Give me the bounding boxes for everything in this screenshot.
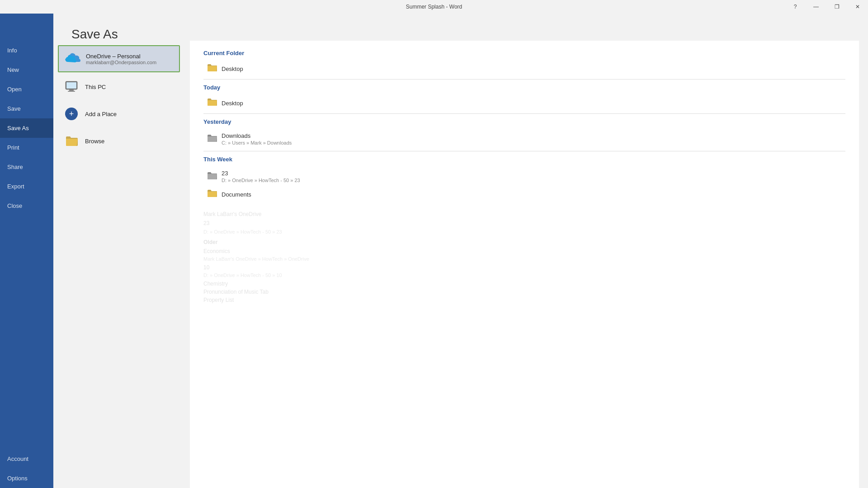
folder-row-desktop-today[interactable]: Desktop (203, 95, 845, 111)
place-onedrive-info: OneDrive – Personal marklabarr@Onderpass… (86, 53, 156, 65)
restore-button[interactable]: ❐ (826, 0, 847, 14)
sidebar-item-info-label: Info (7, 47, 17, 54)
add-place-icon: + (63, 106, 80, 122)
divider-1 (203, 79, 845, 80)
help-button[interactable]: ? (785, 0, 806, 14)
browse-folder-icon (63, 133, 80, 149)
folder-name-desktop-current: Desktop (222, 66, 243, 72)
svg-rect-1 (66, 82, 76, 89)
divider-3 (203, 151, 845, 151)
sidebar: Info New Open Save Save As Print Share E… (0, 14, 53, 488)
sidebar-item-open[interactable]: Open (0, 80, 53, 99)
section-current-header: Current Folder (203, 50, 845, 56)
faded-property: Property List (203, 297, 845, 303)
place-browse-name: Browse (85, 138, 104, 145)
place-add[interactable]: + Add a Place (58, 101, 180, 127)
faded-pronunciation: Pronunciation of Music Tab (203, 289, 845, 295)
sidebar-item-new-label: New (7, 66, 19, 73)
sidebar-item-share[interactable]: Share (0, 157, 53, 177)
sidebar-item-close-label: Close (7, 202, 22, 209)
sidebar-item-share-label: Share (7, 164, 23, 170)
sidebar-item-open-label: Open (7, 86, 22, 93)
faded-content: Mark LaBarr's OneDrive 23 D: » OneDrive … (203, 211, 845, 303)
sidebar-item-close[interactable]: Close (0, 196, 53, 216)
folder-row-documents[interactable]: Documents (203, 187, 845, 202)
onedrive-icon (64, 51, 80, 67)
sidebar-item-save-as-label: Save As (7, 125, 29, 131)
folder-name-23: 23 (222, 170, 300, 177)
faded-economics: Economics (203, 248, 845, 254)
folder-path-23: D: » OneDrive » HowTech - 50 » 23 (222, 178, 300, 183)
place-this-pc-name: This PC (85, 84, 106, 90)
sidebar-item-info[interactable]: Info (0, 41, 53, 60)
sidebar-item-print[interactable]: Print (0, 138, 53, 157)
title-bar: Summer Splash - Word (0, 0, 868, 14)
place-onedrive-name: OneDrive – Personal (86, 53, 156, 60)
section-yesterday-header: Yesterday (203, 118, 845, 125)
faded-10-path: D: » OneDrive » HowTech - 50 » 10 (203, 272, 845, 278)
section-thisweek-header: This Week (203, 156, 845, 163)
sidebar-item-print-label: Print (7, 144, 19, 151)
folder-icon-23 (207, 172, 217, 182)
folder-row-23[interactable]: 23 D: » OneDrive » HowTech - 50 » 23 (203, 167, 845, 186)
window-controls: ? — ❐ ✕ (785, 0, 868, 14)
close-button[interactable]: ✕ (847, 0, 868, 14)
sidebar-item-save[interactable]: Save (0, 99, 53, 118)
folder-icon-desktop-current (207, 64, 217, 74)
sidebar-item-account-label: Account (7, 455, 28, 462)
place-this-pc-info: This PC (85, 84, 106, 90)
faded-10: 10 (203, 264, 845, 271)
minimize-button[interactable]: — (806, 0, 826, 14)
window-title: Summer Splash - Word (406, 4, 462, 10)
place-browse[interactable]: Browse (58, 128, 180, 154)
faded-line-3: D: » OneDrive » HowTech - 50 » 23 (203, 229, 845, 235)
place-add-info: Add a Place (85, 111, 117, 117)
sidebar-item-export[interactable]: Export (0, 177, 53, 196)
sidebar-item-account[interactable]: Account (0, 449, 53, 469)
faded-line-1: Mark LaBarr's OneDrive (203, 211, 845, 217)
sidebar-item-export-label: Export (7, 183, 24, 190)
folder-name-downloads: Downloads (222, 132, 292, 139)
faded-chemistry: Chemistry (203, 281, 845, 287)
faded-header-older: Older (203, 239, 845, 245)
sidebar-item-save-as[interactable]: Save As (0, 118, 53, 138)
folder-name-desktop-today: Desktop (222, 100, 243, 107)
place-onedrive[interactable]: OneDrive – Personal marklabarr@Onderpass… (58, 45, 180, 72)
svg-rect-3 (68, 91, 75, 92)
computer-icon (63, 79, 80, 95)
folder-icon-downloads (207, 134, 217, 144)
places-panel: OneDrive – Personal marklabarr@Onderpass… (53, 41, 184, 488)
content-area: Current Folder Desktop Today Desktop Yes… (190, 41, 859, 488)
place-onedrive-email: marklabarr@Onderpassion.com (86, 60, 156, 65)
place-browse-info: Browse (85, 138, 104, 145)
folder-icon-documents (207, 189, 217, 199)
place-this-pc[interactable]: This PC (58, 74, 180, 99)
page-title: Save As (71, 27, 850, 42)
folder-row-desktop-current[interactable]: Desktop (203, 61, 845, 76)
sidebar-item-options[interactable]: Options (0, 469, 53, 488)
sidebar-item-options-label: Options (7, 475, 28, 482)
faded-economics-path: Mark LaBarr's OneDrive » HowTech » OneDr… (203, 256, 845, 262)
folder-path-downloads: C: » Users » Mark » Downloads (222, 140, 292, 145)
folder-row-downloads[interactable]: Downloads C: » Users » Mark » Downloads (203, 130, 845, 148)
place-add-name: Add a Place (85, 111, 117, 117)
svg-rect-2 (69, 89, 74, 91)
faded-line-2: 23 (203, 220, 845, 226)
sidebar-item-new[interactable]: New (0, 60, 53, 80)
divider-2 (203, 113, 845, 114)
sidebar-item-save-label: Save (7, 105, 21, 112)
section-today-header: Today (203, 84, 845, 91)
folder-name-documents: Documents (222, 191, 251, 198)
folder-icon-desktop-today (207, 98, 217, 108)
